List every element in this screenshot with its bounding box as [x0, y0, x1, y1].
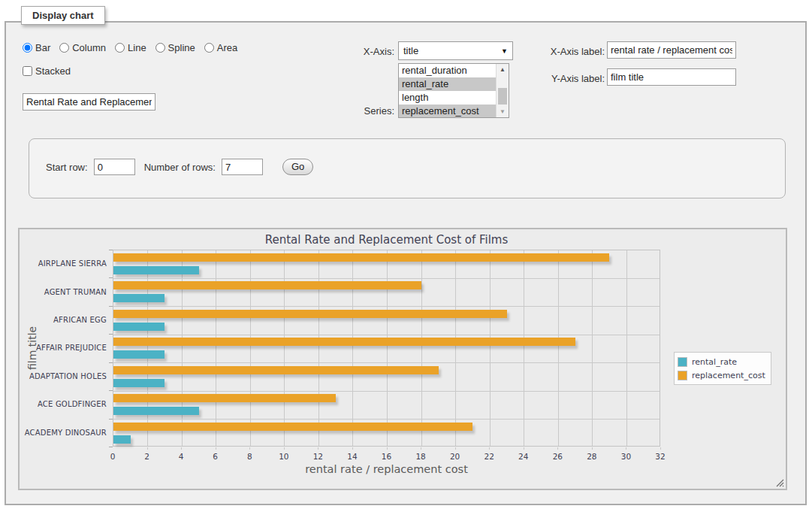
start-row-label: Start row:: [46, 162, 88, 173]
category-label: ACADEMY DINOSAUR: [23, 419, 107, 447]
chart-type-option-area: Area: [204, 42, 237, 53]
start-row-input[interactable]: [94, 159, 135, 175]
gridline-vertical: [421, 250, 422, 446]
scroll-up-icon[interactable]: ▲: [497, 64, 509, 75]
x-axis-tick-mark: [524, 447, 524, 450]
y-axis-label-input[interactable]: [607, 68, 736, 86]
gridline-vertical: [284, 250, 285, 446]
listbox-scrollbar[interactable]: ▲ ▼: [496, 64, 509, 117]
scroll-down-icon[interactable]: ▼: [497, 106, 509, 117]
stacked-checkbox-row: Stacked: [23, 65, 71, 77]
category-label: AIRPLANE SIERRA: [23, 250, 107, 277]
chart-title: Rental Rate and Replacement Cost of Film…: [113, 233, 660, 247]
gridline-vertical: [352, 250, 353, 446]
chart-legend: rental_ratereplacement_cost: [674, 352, 771, 385]
x-axis-tick-label: 18: [406, 452, 436, 461]
bar-rental_rate: [113, 294, 165, 302]
chart-type-radio-area[interactable]: [204, 43, 214, 53]
chart-type-radio-spline[interactable]: [155, 43, 165, 53]
x-axis-tick-label: 0: [98, 452, 128, 461]
x-axis-tick-label: 4: [166, 452, 196, 461]
x-axis-tick-label: 22: [474, 452, 504, 461]
gridline-vertical: [318, 250, 319, 446]
chevron-down-icon: ▼: [501, 47, 508, 55]
gridline-vertical: [182, 250, 183, 446]
chart-type-label: Bar: [35, 42, 50, 53]
legend-label: replacement_cost: [692, 371, 765, 380]
chart-type-label: Column: [72, 42, 106, 53]
category-label: AFRICAN EGG: [23, 306, 107, 334]
series-option-length[interactable]: length: [399, 91, 496, 105]
x-axis-tick-mark: [216, 447, 216, 450]
x-axis-selected-value: title: [403, 45, 418, 56]
number-of-rows-label: Number of rows:: [144, 162, 216, 173]
category-label: ACE GOLDFINGER: [23, 390, 107, 418]
x-axis-tick-mark: [557, 447, 558, 450]
series-option-replacement_cost[interactable]: replacement_cost: [399, 105, 496, 118]
bar-rental_rate: [113, 379, 165, 387]
x-axis-tick-mark: [660, 447, 661, 450]
series-select-label: Series:: [323, 105, 394, 117]
gridline-vertical: [387, 250, 388, 446]
x-axis-tick-label: 26: [542, 452, 572, 461]
gridline-vertical: [626, 250, 627, 446]
row-range-panel: Start row: Number of rows: Go: [29, 138, 786, 198]
panel-title: Display chart: [21, 6, 105, 25]
gridline-vertical: [592, 250, 593, 446]
chart-type-radio-line[interactable]: [115, 43, 125, 53]
x-axis-tick-mark: [249, 447, 250, 450]
series-option-rental_duration[interactable]: rental_duration: [399, 64, 496, 77]
x-axis-select[interactable]: title ▼: [398, 41, 513, 60]
y-axis-tick-mark: [109, 334, 113, 335]
chart-type-label: Spline: [168, 42, 195, 53]
x-axis-tick-label: 10: [269, 452, 299, 461]
gridline-vertical: [250, 250, 251, 446]
chart-type-radio-group: BarColumnLineSplineArea: [23, 42, 237, 53]
x-axis-tick-label: 2: [132, 452, 162, 461]
bar-replacement_cost: [113, 366, 439, 374]
chart-type-radio-bar[interactable]: [23, 43, 32, 53]
x-axis-tick-label: 16: [372, 452, 402, 461]
series-listbox[interactable]: rental_durationrental_ratelengthreplacem…: [398, 63, 509, 118]
x-axis-tick-mark: [455, 447, 456, 450]
gridline-horizontal: [113, 278, 660, 279]
y-axis-label-label: Y-Axis label:: [535, 73, 605, 84]
x-axis-tick-label: 30: [611, 452, 641, 461]
category-label: ADAPTATION HOLES: [23, 362, 107, 390]
category-label: AFFAIR PREJUDICE: [23, 334, 107, 362]
y-axis-tick-mark: [109, 250, 113, 250]
x-axis-tick-mark: [421, 447, 421, 450]
bar-replacement_cost: [113, 423, 472, 431]
y-axis-tick-mark: [109, 362, 113, 363]
stacked-label: Stacked: [35, 65, 71, 77]
chart-container: Rental Rate and Replacement Cost of Film…: [18, 228, 787, 490]
bar-rental_rate: [113, 350, 165, 359]
number-of-rows-input[interactable]: [222, 159, 263, 175]
x-axis-tick-mark: [147, 447, 148, 450]
x-axis-tick-mark: [181, 447, 182, 450]
gridline-horizontal: [113, 335, 660, 335]
go-button[interactable]: Go: [282, 159, 313, 175]
series-option-rental_rate[interactable]: rental_rate: [399, 77, 496, 91]
x-axis-tick-label: 14: [337, 452, 367, 461]
x-axis-tick-mark: [284, 447, 285, 450]
bar-replacement_cost: [113, 338, 575, 346]
chart-type-label: Line: [128, 42, 146, 53]
y-axis-tick-mark: [109, 306, 113, 307]
x-axis-label-label: X-Axis label:: [535, 46, 605, 57]
x-axis-label-input[interactable]: [607, 41, 736, 59]
stacked-checkbox[interactable]: [23, 66, 32, 76]
chart-type-option-column: Column: [59, 42, 106, 53]
x-axis-tick-mark: [626, 447, 626, 450]
gridline-vertical: [147, 250, 148, 446]
y-axis-tick-mark: [109, 390, 113, 391]
scrollbar-thumb[interactable]: [498, 88, 507, 105]
plot-area: [113, 250, 660, 447]
chart-type-option-line: Line: [115, 42, 146, 53]
gridline-vertical: [216, 250, 216, 446]
x-axis-tick-mark: [387, 447, 388, 450]
chart-type-radio-column[interactable]: [59, 43, 69, 53]
resize-handle-icon[interactable]: [776, 479, 784, 487]
chart-title-input[interactable]: [23, 93, 155, 111]
x-axis-tick-label: 12: [303, 452, 333, 461]
